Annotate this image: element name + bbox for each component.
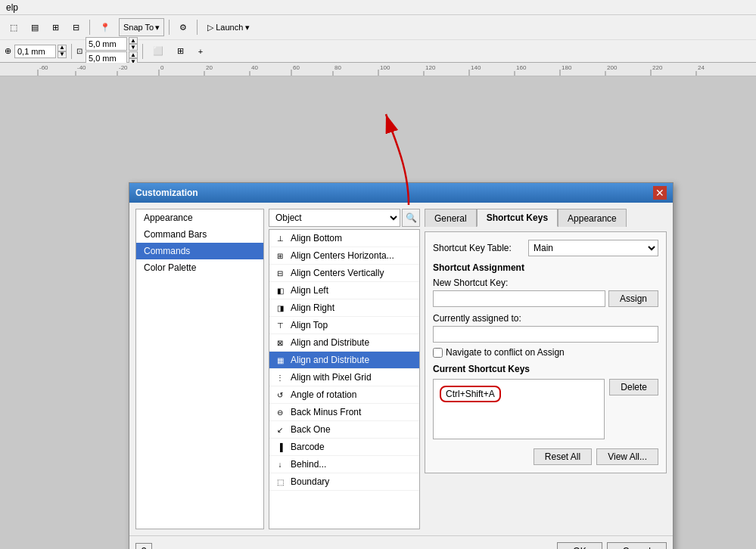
help-btn[interactable]: ?	[135, 543, 152, 549]
cmd-boundary[interactable]: ⬚ Boundary	[269, 473, 419, 491]
width-down-btn[interactable]: ▼	[129, 44, 138, 51]
new-shortcut-key-label: New Shortcut Key:	[433, 278, 658, 288]
shortcut-key-table-row: Shortcut Key Table: Main	[433, 240, 658, 256]
cmd-align-pixel[interactable]: ⋮ Align with Pixel Grid	[269, 369, 419, 386]
dialog-body: Appearance Command Bars Commands Color P…	[129, 203, 673, 535]
height-up-btn[interactable]: ▲	[129, 51, 138, 58]
grid-view-btn[interactable]: ▤	[26, 18, 44, 36]
cmd-align-distribute-1[interactable]: ⊠ Align and Distribute	[269, 334, 419, 352]
currently-assigned-input[interactable]	[433, 326, 658, 343]
navigate-conflict-checkbox[interactable]	[433, 348, 443, 358]
cmd-align-top[interactable]: ⊤ Align Top	[269, 317, 419, 334]
grid3-btn[interactable]: ⊟	[67, 18, 85, 36]
left-item-appearance[interactable]: Appearance	[136, 209, 263, 226]
snap-down-btn[interactable]: ▼	[58, 51, 67, 58]
commands-list[interactable]: ⊥ Align Bottom ⊞ Align Centers Horizonta…	[269, 229, 420, 529]
filter-btn[interactable]: 🔍	[402, 209, 420, 227]
svg-text:80: 80	[334, 64, 341, 71]
customization-dialog: Customization ✕ Appearance Command Bars …	[129, 182, 674, 549]
shortcut-assignment-title: Shortcut Assignment	[433, 262, 658, 273]
align-centers-v-icon: ⊟	[274, 267, 286, 279]
cmd-behind[interactable]: ↓ Behind...	[269, 456, 419, 473]
cmd-angle-rotation[interactable]: ↺ Angle of rotation	[269, 386, 419, 404]
left-item-color-palette[interactable]: Color Palette	[136, 259, 263, 276]
transform-icon: ⬜	[153, 46, 163, 56]
toolbar-row2: ⊕ ▲ ▼ ⊡ ▲ ▼	[0, 39, 756, 62]
snap-amount-row: ▲ ▼	[14, 45, 67, 58]
back-one-icon: ↙	[274, 423, 286, 436]
left-item-commands[interactable]: Commands	[136, 243, 263, 259]
svg-text:20: 20	[206, 64, 213, 71]
cmd-align-centers-v[interactable]: ⊟ Align Centers Vertically	[269, 265, 419, 282]
tab-shortcut-keys[interactable]: Shortcut Keys	[477, 209, 558, 227]
shortcut-key-table-select[interactable]: Main	[528, 240, 658, 256]
grid3-icon: ⊟	[73, 23, 79, 33]
tab-general[interactable]: General	[425, 209, 477, 227]
grid2-btn[interactable]: ⊞	[47, 18, 64, 36]
align-centers-h-icon: ⊞	[274, 250, 286, 262]
select-icon: ⬚	[10, 23, 17, 33]
align-bottom-icon: ⊥	[274, 232, 286, 244]
sep4	[71, 44, 72, 59]
align-left-icon: ◧	[274, 284, 286, 296]
cmd-back-minus-front[interactable]: ⊖ Back Minus Front	[269, 404, 419, 421]
align-tool-icon: ⊞	[177, 46, 184, 56]
view-all-btn[interactable]: View All...	[596, 448, 658, 465]
svg-text:-60: -60	[39, 64, 48, 71]
behind-icon: ↓	[274, 458, 286, 470]
cmd-align-centers-h[interactable]: ⊞ Align Centers Horizonta...	[269, 247, 419, 265]
menubar: elp	[0, 0, 756, 15]
reset-all-btn[interactable]: Reset All	[534, 448, 592, 465]
svg-text:140: 140	[471, 64, 481, 71]
navigate-conflict-row: Navigate to conflict on Assign	[433, 347, 658, 358]
cmd-align-right[interactable]: ◨ Align Right	[269, 299, 419, 317]
left-item-command-bars[interactable]: Command Bars	[136, 226, 263, 243]
delete-btn[interactable]: Delete	[609, 379, 658, 395]
shortcut-keys-box: Ctrl+Shift+A	[433, 379, 605, 439]
svg-text:120: 120	[425, 64, 436, 71]
svg-text:60: 60	[293, 64, 300, 71]
dialog-close-btn[interactable]: ✕	[653, 186, 667, 200]
cmd-align-bottom[interactable]: ⊥ Align Bottom	[269, 230, 419, 247]
tab-appearance[interactable]: Appearance	[558, 209, 627, 227]
ruler-svg: -60 -40 -20 0 20 40 60 80 100 120	[0, 63, 756, 76]
select-tool-btn[interactable]: ⬚	[5, 18, 23, 36]
cmd-align-distribute-2[interactable]: ▦ Align and Distribute	[269, 352, 419, 369]
snap-icon: 📍	[100, 23, 110, 33]
svg-text:-20: -20	[119, 64, 128, 71]
cmd-barcode[interactable]: ▐ Barcode	[269, 439, 419, 456]
current-shortcut-keys-title: Current Shortcut Keys	[433, 364, 658, 374]
align-distribute-1-icon: ⊠	[274, 337, 286, 349]
help-menu[interactable]: elp	[3, 2, 21, 13]
assign-btn[interactable]: Assign	[608, 290, 658, 307]
content-area: Customization ✕ Appearance Command Bars …	[0, 76, 756, 549]
snap-mode-btn[interactable]: 📍	[95, 18, 116, 36]
align-distribute-2-icon: ▦	[274, 354, 286, 366]
add-btn[interactable]: +	[192, 42, 209, 60]
ok-btn[interactable]: OK	[557, 542, 602, 549]
width-up-btn[interactable]: ▲	[129, 37, 138, 44]
cmd-back-one[interactable]: ↙ Back One	[269, 421, 419, 439]
svg-text:180: 180	[562, 64, 572, 71]
cmd-align-left[interactable]: ◧ Align Left	[269, 282, 419, 299]
snap-amount-input[interactable]	[14, 45, 56, 58]
back-minus-front-icon: ⊖	[274, 406, 286, 418]
grid2-icon: ⊞	[52, 23, 59, 33]
filter-icon: 🔍	[406, 212, 417, 223]
grid-icon: ▤	[31, 23, 39, 33]
options-btn[interactable]: ⚙	[174, 18, 192, 36]
middle-panel: Object 🔍 ⊥ Align Bottom ⊞ Ali	[269, 209, 420, 529]
shortcut-key-item-ctrl-shift-a: Ctrl+Shift+A	[440, 386, 501, 402]
barcode-icon: ▐	[274, 441, 286, 453]
left-panel: Appearance Command Bars Commands Color P…	[135, 209, 264, 529]
snap-to-btn[interactable]: Snap To ▾	[119, 18, 164, 36]
cancel-btn[interactable]: Cancel	[607, 542, 667, 549]
width-input[interactable]	[86, 37, 127, 51]
launch-btn[interactable]: ▷ Launch ▾	[202, 18, 255, 36]
middle-header: Object 🔍	[269, 209, 420, 227]
align-tool-btn[interactable]: ⊞	[172, 42, 189, 60]
category-select[interactable]: Object	[269, 209, 400, 227]
toolbar-row1: ⬚ ▤ ⊞ ⊟ 📍 Snap To ▾ ⚙	[0, 15, 756, 39]
new-shortcut-key-input[interactable]	[433, 290, 605, 307]
transform-btn[interactable]: ⬜	[148, 42, 169, 60]
